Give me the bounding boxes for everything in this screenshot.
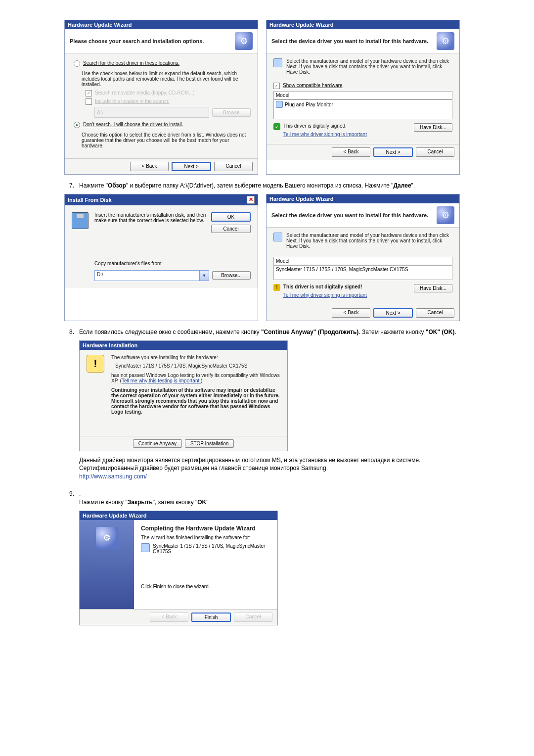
radio-search[interactable] bbox=[74, 60, 80, 67]
dont-search-help: Choose this option to select the device … bbox=[82, 132, 251, 148]
t: . Затем нажмите кнопку bbox=[358, 329, 425, 335]
model-header: Model bbox=[273, 257, 452, 265]
tell-me-link[interactable]: Tell me why driver signing is important bbox=[283, 132, 367, 137]
hw-wizard-select-driver-1: Hardware Update Wizard Select the device… bbox=[266, 20, 460, 175]
samsung-link[interactable]: http://www.samsung.com/ bbox=[79, 473, 147, 480]
body: Search for the best driver in these loca… bbox=[65, 53, 258, 158]
check-include-label: Include this location in the search: bbox=[95, 98, 170, 104]
banner: Select the device driver you want to ins… bbox=[267, 203, 459, 228]
chevron-down-icon[interactable]: ▼ bbox=[199, 271, 209, 281]
t: " и выберите папку A:\(D:\driver), затем… bbox=[126, 182, 394, 189]
model-header: Model bbox=[273, 91, 452, 99]
b: "Continue Anyway" (Продолжить) bbox=[261, 329, 358, 335]
next-button[interactable]: Next > bbox=[373, 147, 413, 157]
row-1: Hardware Update Wizard Please choose you… bbox=[64, 20, 470, 175]
have-disk-button[interactable]: Have Disk... bbox=[414, 284, 452, 292]
step-text: Нажмите "Обзор" и выберите папку A:\(D:\… bbox=[79, 182, 470, 190]
back-button[interactable]: < Back bbox=[130, 162, 169, 171]
step-7: 7. Нажмите "Обзор" и выберите папку A:\(… bbox=[64, 182, 470, 190]
stop-installation-button[interactable]: STOP Installation bbox=[185, 439, 234, 448]
page: Hardware Update Wizard Please choose you… bbox=[0, 0, 534, 724]
line1: The software you are installing for this… bbox=[111, 355, 280, 360]
browse-button[interactable]: Browse bbox=[212, 108, 251, 117]
monitor-icon bbox=[273, 58, 282, 67]
radio-dont-search-label: Don't search. I will choose the driver t… bbox=[83, 122, 183, 127]
window-title: Hardware Update Wizard bbox=[269, 196, 334, 202]
model-item-icon bbox=[276, 101, 283, 108]
next-button[interactable]: Next > bbox=[172, 162, 211, 171]
b: "OK" (OK) bbox=[426, 329, 455, 335]
copy-from-label: Copy manufacturer's files from: bbox=[94, 261, 251, 266]
row-2: Install From Disk ✕ Insert the manufactu… bbox=[64, 194, 470, 321]
model-item: SyncMaster 171S / 175S / 170S, MagicSync… bbox=[276, 267, 408, 272]
b: Далее bbox=[394, 182, 411, 189]
radio-search-label: Search for the best driver in these loca… bbox=[83, 60, 179, 66]
back-button[interactable]: < Back bbox=[332, 308, 370, 318]
cancel-button: Cancel bbox=[234, 613, 272, 622]
t: Нажмите " bbox=[79, 182, 108, 189]
wizard-icon: ⚙ bbox=[235, 32, 253, 50]
instruction: Select the manufacturer and model of you… bbox=[286, 58, 452, 75]
radio-dont-search[interactable]: ● bbox=[74, 122, 80, 128]
warning-icon: ! bbox=[87, 355, 104, 373]
close-icon[interactable]: ✕ bbox=[247, 196, 255, 204]
cancel-button[interactable]: Cancel bbox=[416, 147, 454, 157]
back-button[interactable]: < Back bbox=[332, 147, 370, 157]
cancel-button[interactable]: Cancel bbox=[214, 162, 253, 171]
device: SyncMaster 171S / 175S / 170S, MagicSync… bbox=[153, 543, 271, 554]
model-list[interactable]: Plug and Play Monitor bbox=[273, 99, 452, 119]
next-button[interactable]: Next > bbox=[373, 308, 413, 318]
signed-icon: ✓ bbox=[273, 123, 280, 130]
banner-title: Please choose your search and installati… bbox=[70, 38, 204, 44]
body: Insert the manufacturer's installation d… bbox=[65, 205, 258, 288]
side-graphic: ⚙ bbox=[80, 520, 134, 609]
b: Закрыть bbox=[128, 499, 153, 506]
window-title: Hardware Installation bbox=[83, 342, 137, 348]
have-disk-button[interactable]: Have Disk... bbox=[414, 123, 452, 132]
step-text: . Нажмите кнопку "Закрыть", затем кнопку… bbox=[79, 490, 470, 507]
wizard-icon: ⚙ bbox=[437, 32, 454, 50]
finish-button[interactable]: Finish bbox=[191, 613, 231, 622]
testing-link[interactable]: Tell me why this testing is important. bbox=[122, 378, 201, 383]
model-item: Plug and Play Monitor bbox=[285, 102, 333, 107]
check-include[interactable] bbox=[86, 98, 92, 105]
browse-button[interactable]: Browse... bbox=[212, 271, 251, 280]
hw-wizard-select-driver-2: Hardware Update Wizard Select the device… bbox=[266, 194, 460, 321]
titlebar: Hardware Update Wizard bbox=[267, 20, 459, 29]
line2: Click Finish to close the wizard. bbox=[141, 584, 271, 589]
device: SyncMaster 171S / 175S / 170S, MagicSync… bbox=[115, 363, 280, 369]
continue-anyway-button[interactable]: Continue Anyway bbox=[133, 439, 182, 448]
window-title: Hardware Update Wizard bbox=[68, 22, 132, 28]
path-value: D:\ bbox=[95, 271, 199, 281]
line2-end: ) bbox=[201, 378, 202, 383]
check-show-compat[interactable]: ✓ bbox=[273, 83, 280, 89]
model-list[interactable]: SyncMaster 171S / 175S / 170S, MagicSync… bbox=[273, 265, 452, 280]
tell-me-link[interactable]: Tell me why driver signing is important bbox=[283, 292, 367, 298]
titlebar: Hardware Update Wizard bbox=[65, 20, 258, 29]
button-row: < Back Finish Cancel bbox=[80, 609, 277, 625]
dot: . bbox=[79, 490, 470, 498]
step-8: 8. Если появилось следующее окно с сообщ… bbox=[64, 328, 470, 336]
path-combo[interactable]: D:\ ▼ bbox=[94, 270, 209, 281]
button-row: < Back Next > Cancel bbox=[65, 158, 258, 174]
window-title: Install From Disk bbox=[68, 197, 112, 203]
monitor-icon bbox=[141, 543, 150, 552]
instruction: Select the manufacturer and model of you… bbox=[286, 233, 452, 249]
body: Select the manufacturer and model of you… bbox=[267, 228, 459, 305]
t: ". bbox=[411, 182, 415, 189]
cancel-button[interactable]: Cancel bbox=[416, 308, 454, 318]
path-input[interactable]: A:\ bbox=[94, 107, 209, 118]
instruction: Insert the manufacturer's installation d… bbox=[94, 212, 206, 223]
banner-title: Select the device driver you want to ins… bbox=[271, 38, 428, 44]
banner: Select the device driver you want to ins… bbox=[267, 29, 459, 53]
step-text: Если появилось следующее окно с сообщени… bbox=[79, 328, 470, 336]
install-from-disk: Install From Disk ✕ Insert the manufactu… bbox=[64, 194, 258, 321]
hw-wizard-search: Hardware Update Wizard Please choose you… bbox=[64, 20, 258, 175]
titlebar: Hardware Update Wizard bbox=[80, 511, 277, 520]
ok-button[interactable]: OK bbox=[211, 212, 251, 222]
check-show-compat-label: Show compatible hardware bbox=[283, 83, 343, 88]
cancel-button[interactable]: Cancel bbox=[211, 225, 251, 233]
t: Если появилось следующее окно с сообщени… bbox=[79, 329, 261, 335]
check-removable[interactable]: ✓ bbox=[86, 90, 92, 96]
b: Обзор bbox=[108, 182, 126, 189]
